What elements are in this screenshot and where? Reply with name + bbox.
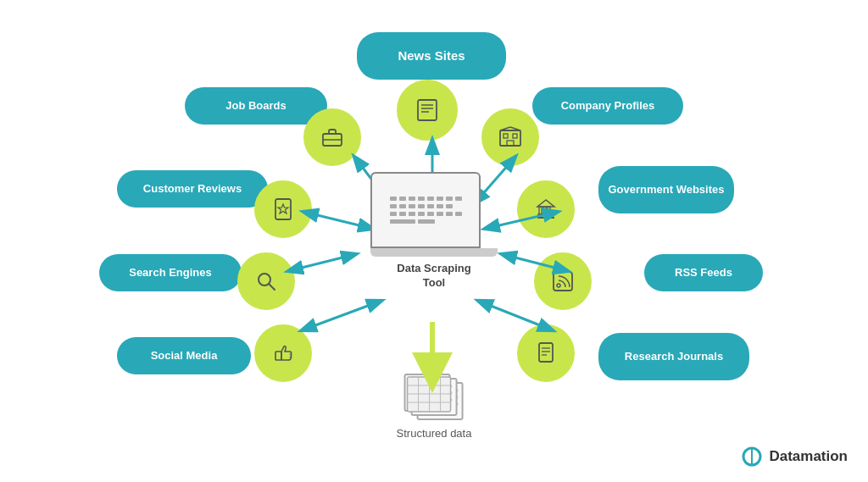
svg-line-6 bbox=[303, 212, 373, 229]
laptop-label: Data Scraping Tool bbox=[370, 262, 498, 291]
news-icon-circle bbox=[397, 80, 458, 141]
laptop-screen bbox=[370, 172, 481, 248]
data-stack bbox=[404, 374, 464, 420]
svg-line-34 bbox=[269, 284, 275, 290]
svg-rect-38 bbox=[539, 343, 553, 362]
star-icon bbox=[270, 196, 297, 223]
structured-data-section: Structured data bbox=[397, 374, 472, 440]
job-icon-circle bbox=[303, 108, 361, 166]
government-websites-label: Government Websites bbox=[598, 166, 734, 213]
laptop-base bbox=[370, 248, 498, 257]
structured-data-label: Structured data bbox=[397, 427, 472, 440]
keyboard-area bbox=[383, 190, 469, 230]
search-icon-circle bbox=[237, 252, 295, 310]
svg-marker-32 bbox=[537, 200, 554, 207]
data-grid bbox=[406, 375, 453, 413]
building-icon bbox=[497, 124, 524, 151]
research-journals-label: Research Journals bbox=[598, 333, 749, 380]
rss-icon-circle bbox=[534, 252, 592, 310]
social-icon-circle bbox=[254, 324, 312, 382]
news-sites-label: News Sites bbox=[357, 32, 506, 80]
svg-rect-31 bbox=[548, 207, 550, 214]
svg-rect-21 bbox=[513, 134, 517, 138]
research-icon-circle bbox=[517, 324, 575, 382]
svg-point-36 bbox=[557, 284, 560, 287]
social-media-label: Social Media bbox=[117, 337, 251, 374]
datamation-logo-icon bbox=[740, 446, 764, 467]
search-icon bbox=[253, 268, 280, 295]
briefcase-icon bbox=[319, 124, 346, 151]
news-icon bbox=[414, 97, 441, 124]
company-profiles-label: Company Profiles bbox=[532, 87, 683, 125]
datamation-logo: Datamation bbox=[740, 446, 848, 467]
center-laptop: Data Scraping Tool bbox=[370, 172, 498, 291]
svg-rect-37 bbox=[275, 352, 281, 360]
job-boards-label: Job Boards bbox=[185, 87, 327, 125]
govt-icon-circle bbox=[517, 180, 575, 238]
datamation-text: Datamation bbox=[769, 448, 848, 465]
svg-rect-30 bbox=[543, 207, 546, 214]
company-icon-circle bbox=[481, 108, 539, 166]
svg-rect-25 bbox=[275, 199, 291, 219]
government-icon bbox=[532, 196, 559, 223]
rss-feeds-label: RSS Feeds bbox=[644, 254, 763, 291]
customer-reviews-label: Customer Reviews bbox=[117, 170, 268, 208]
reviews-icon-circle bbox=[254, 180, 312, 238]
svg-rect-29 bbox=[539, 207, 542, 214]
svg-line-10 bbox=[302, 301, 381, 330]
journal-icon bbox=[532, 340, 559, 367]
diagram-container: News Sites Job Boards Company Profiles C… bbox=[0, 0, 868, 482]
svg-line-8 bbox=[288, 254, 356, 271]
svg-rect-20 bbox=[504, 134, 508, 138]
svg-marker-26 bbox=[278, 204, 288, 213]
data-sheet-1 bbox=[404, 374, 451, 412]
search-engines-label: Search Engines bbox=[99, 254, 242, 291]
svg-rect-13 bbox=[418, 100, 437, 120]
thumbsup-icon bbox=[270, 340, 297, 367]
rss-icon bbox=[549, 268, 576, 295]
